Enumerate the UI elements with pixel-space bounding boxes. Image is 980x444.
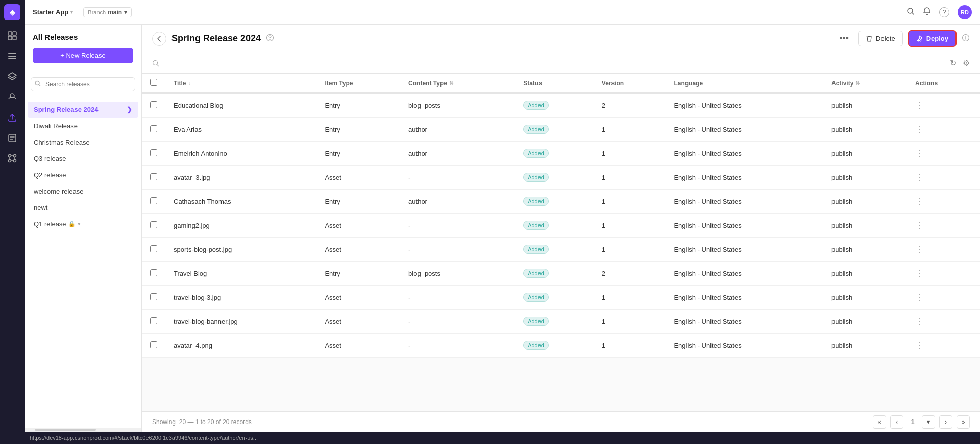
row-activity: publish (823, 118, 907, 142)
user-avatar[interactable]: RD (958, 5, 972, 19)
row-activity: publish (823, 93, 907, 118)
row-title: gaming2.jpg (165, 214, 316, 238)
row-content-type: author (400, 190, 515, 214)
row-action-dots[interactable]: ⋮ (915, 100, 924, 110)
table-row: Travel Blog Entry blog_posts Added 2 Eng… (142, 262, 980, 286)
sort-title-icon[interactable]: ↓ (188, 80, 190, 86)
help-icon[interactable]: ? (939, 7, 949, 17)
sidebar-item-newt[interactable]: newt (28, 200, 138, 216)
status-bar: https://dev18-app.csnonprod.com/#/stack/… (24, 432, 980, 444)
col-content-type: Content Type ⇅ (400, 74, 515, 93)
back-button[interactable] (152, 32, 166, 46)
sort-content-type-icon[interactable]: ⇅ (449, 80, 453, 86)
table-header-row: Title ↓ Item Type Content Type ⇅ (142, 74, 980, 93)
sidebar-item-welcome-release[interactable]: welcome release (28, 183, 138, 199)
row-version: 1 (594, 166, 666, 190)
row-checkbox-cell (142, 166, 165, 190)
row-title: Emelrich Antonino (165, 142, 316, 166)
help-circle-icon[interactable] (266, 34, 274, 43)
last-page-button[interactable]: » (957, 415, 970, 429)
sidebar-title: All Releases (33, 33, 133, 41)
row-checkbox[interactable] (150, 125, 157, 132)
row-action-dots[interactable]: ⋮ (915, 124, 924, 134)
row-content-type: - (400, 214, 515, 238)
row-action-dots[interactable]: ⋮ (915, 316, 924, 326)
row-version: 1 (594, 334, 666, 358)
row-checkbox[interactable] (150, 173, 157, 180)
select-all-checkbox[interactable] (150, 79, 157, 86)
svg-rect-5 (8, 56, 16, 57)
more-actions-button[interactable]: ••• (835, 31, 853, 46)
svg-rect-0 (8, 32, 12, 35)
new-release-button[interactable]: + New Release (33, 48, 133, 63)
row-action-dots[interactable]: ⋮ (915, 148, 924, 158)
nav-layers[interactable] (3, 67, 21, 86)
row-actions: ⋮ (907, 142, 980, 166)
content-area: Spring Release 2024 ••• Delete Deploy (142, 25, 980, 432)
row-checkbox[interactable] (150, 101, 157, 108)
row-language: English - United States (666, 262, 823, 286)
sidebar-item-q3-release[interactable]: Q3 release (28, 151, 138, 167)
row-action-dots[interactable]: ⋮ (915, 244, 924, 254)
sidebar-item-label: Q2 release (34, 171, 66, 179)
sidebar-item-q2-release[interactable]: Q2 release (28, 167, 138, 183)
search-releases-input[interactable] (31, 77, 135, 91)
sidebar-item-q1-release[interactable]: Q1 release 🔒 ▾ (28, 216, 138, 232)
search-icon[interactable] (906, 7, 915, 17)
chevron-right-icon: ❯ (127, 106, 132, 113)
delete-button[interactable]: Delete (858, 31, 903, 46)
row-action-dots[interactable]: ⋮ (915, 292, 924, 302)
row-item-type: Entry (316, 142, 400, 166)
nav-grid[interactable] (3, 27, 21, 45)
row-title: travel-blog-3.jpg (165, 286, 316, 310)
row-status: Added (515, 142, 594, 166)
row-checkbox[interactable] (150, 221, 157, 228)
sidebar-item-spring-release-2024[interactable]: Spring Release 2024 ❯ (28, 102, 138, 118)
nav-content[interactable] (3, 129, 21, 147)
sort-activity-icon[interactable]: ⇅ (855, 80, 860, 86)
nav-stack[interactable] (3, 88, 21, 106)
nav-list[interactable] (3, 47, 21, 65)
sidebar-scrollbar[interactable] (24, 428, 141, 432)
row-item-type: Entry (316, 118, 400, 142)
table-search-input[interactable] (163, 59, 946, 67)
column-settings-icon[interactable]: ⚙ (963, 58, 970, 68)
row-action-dots[interactable]: ⋮ (915, 268, 924, 278)
row-checkbox-cell (142, 190, 165, 214)
row-actions: ⋮ (907, 166, 980, 190)
row-status: Added (515, 166, 594, 190)
row-action-dots[interactable]: ⋮ (915, 220, 924, 230)
row-checkbox[interactable] (150, 317, 157, 324)
first-page-button[interactable]: « (873, 415, 886, 429)
table-row: gaming2.jpg Asset - Added 1 English - Un… (142, 214, 980, 238)
next-page-button[interactable]: ▾ (922, 415, 935, 429)
last-page-forward-button[interactable]: › (939, 415, 952, 429)
nav-workflow[interactable] (3, 149, 21, 168)
row-content-type: blog_posts (400, 262, 515, 286)
row-action-dots[interactable]: ⋮ (915, 340, 924, 350)
icon-bar: ◈ (0, 0, 24, 444)
sidebar-item-diwali-release[interactable]: Diwali Release (28, 118, 138, 134)
row-checkbox[interactable] (150, 341, 157, 348)
row-version: 2 (594, 93, 666, 118)
app-logo[interactable]: ◈ (4, 4, 20, 20)
refresh-icon[interactable]: ↻ (950, 58, 957, 68)
sidebar-item-christmas-release[interactable]: Christmas Release (28, 134, 138, 150)
notifications-icon[interactable] (923, 7, 931, 17)
nav-upload[interactable] (3, 108, 21, 127)
deploy-button[interactable]: Deploy (908, 30, 957, 47)
row-action-dots[interactable]: ⋮ (915, 196, 924, 206)
row-checkbox[interactable] (150, 293, 157, 300)
info-icon[interactable] (962, 34, 970, 43)
branch-selector[interactable]: Branch main ▾ (83, 7, 132, 17)
row-language: English - United States (666, 118, 823, 142)
header-actions: ••• Delete Deploy (835, 30, 970, 47)
table-row: Educational Blog Entry blog_posts Added … (142, 93, 980, 118)
row-checkbox[interactable] (150, 245, 157, 252)
prev-page-button[interactable]: ‹ (890, 415, 903, 429)
row-checkbox[interactable] (150, 197, 157, 204)
row-checkbox[interactable] (150, 149, 157, 156)
row-checkbox[interactable] (150, 269, 157, 276)
row-content-type: author (400, 118, 515, 142)
row-action-dots[interactable]: ⋮ (915, 172, 924, 182)
